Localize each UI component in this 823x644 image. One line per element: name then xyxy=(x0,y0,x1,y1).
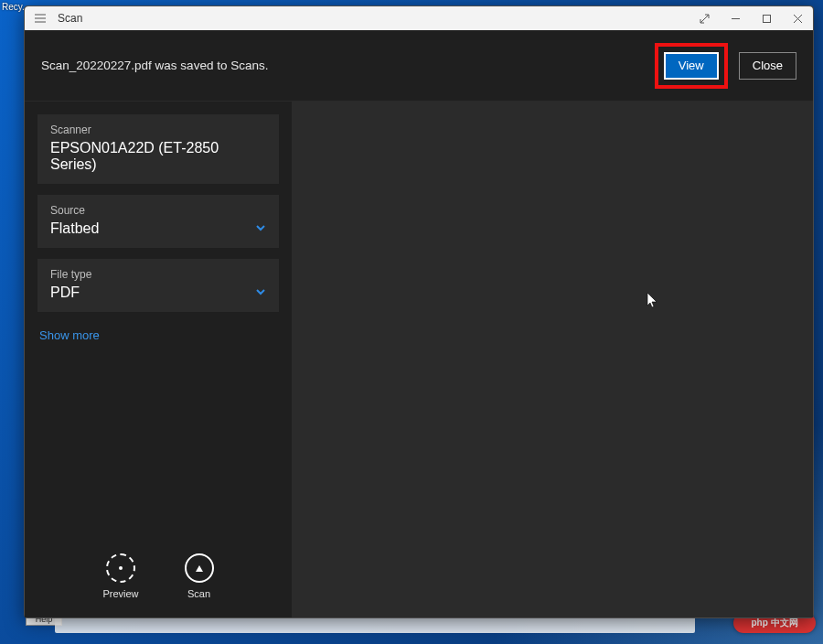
show-more-link[interactable]: Show more xyxy=(37,323,279,348)
scan-app-window: Scan Scan_20220227.pdf was saved to Scan… xyxy=(24,5,814,618)
close-button[interactable]: Close xyxy=(739,52,796,80)
svg-rect-0 xyxy=(763,15,770,22)
source-label: Source xyxy=(50,204,266,217)
scan-action[interactable]: Scan xyxy=(185,553,214,599)
close-icon xyxy=(793,14,803,24)
action-row: Preview Scan xyxy=(37,546,279,605)
expand-icon xyxy=(700,14,710,24)
mouse-cursor-icon xyxy=(647,292,657,308)
notification-bar: Scan_20220227.pdf was saved to Scans. Vi… xyxy=(25,30,813,102)
chevron-down-icon xyxy=(255,286,266,300)
preview-icon xyxy=(106,553,135,583)
filetype-value: PDF xyxy=(50,284,80,301)
source-value: Flatbed xyxy=(50,220,99,237)
svg-point-1 xyxy=(119,566,123,570)
filetype-label: File type xyxy=(50,268,266,281)
app-title: Scan xyxy=(56,12,82,25)
titlebar: Scan xyxy=(25,6,813,30)
preview-area xyxy=(292,102,813,617)
preview-caption: Preview xyxy=(102,588,138,599)
menu-button[interactable] xyxy=(25,6,56,30)
scanner-value: EPSON01A22D (ET-2850 Series) xyxy=(50,140,266,173)
view-button[interactable]: View xyxy=(664,52,719,80)
notification-buttons: View Close xyxy=(655,43,796,89)
chevron-down-icon xyxy=(255,222,266,236)
minimize-button[interactable] xyxy=(720,6,751,30)
notification-message: Scan_20220227.pdf was saved to Scans. xyxy=(41,59,268,72)
filetype-setting[interactable]: File type PDF xyxy=(37,259,279,312)
expand-button[interactable] xyxy=(689,6,720,30)
minimize-icon xyxy=(731,14,741,24)
scan-caption: Scan xyxy=(187,588,210,599)
close-window-button[interactable] xyxy=(782,6,813,30)
highlight-annotation: View xyxy=(655,43,728,89)
window-body: Scanner EPSON01A22D (ET-2850 Series) Sou… xyxy=(25,102,813,617)
settings-sidebar: Scanner EPSON01A22D (ET-2850 Series) Sou… xyxy=(25,102,292,617)
maximize-button[interactable] xyxy=(751,6,782,30)
maximize-icon xyxy=(762,14,772,24)
scan-icon xyxy=(185,553,214,583)
hamburger-icon xyxy=(34,12,47,25)
scanner-label: Scanner xyxy=(50,123,266,136)
preview-action[interactable]: Preview xyxy=(102,553,138,599)
source-setting[interactable]: Source Flatbed xyxy=(37,195,279,248)
scanner-setting[interactable]: Scanner EPSON01A22D (ET-2850 Series) xyxy=(37,114,279,184)
